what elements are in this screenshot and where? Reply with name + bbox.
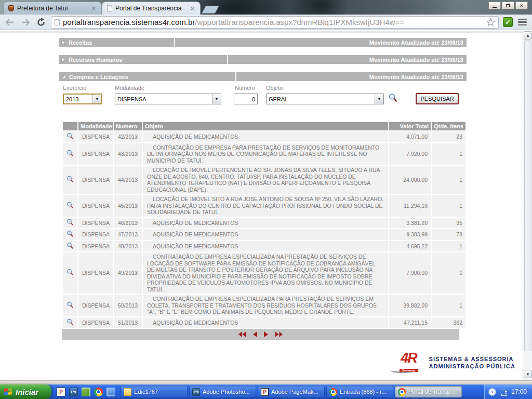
row-detail-magnifier-icon[interactable]: [66, 221, 74, 227]
network-tray-icon[interactable]: [500, 390, 506, 394]
minimize-button[interactable]: [488, 2, 501, 9]
quicklaunch-photoshop-icon[interactable]: Ps: [69, 388, 78, 396]
scrollbar-thumb[interactable]: [524, 41, 531, 351]
reload-button[interactable]: [35, 17, 47, 28]
modalidade-select[interactable]: DISPENSA ▼: [115, 94, 221, 104]
tab-prefeitura-tatui[interactable]: Prefeitura de Tatuí ✕: [3, 2, 102, 15]
pagination-bar: [62, 329, 459, 340]
row-detail-magnifier-icon[interactable]: [66, 244, 74, 250]
row-detail-magnifier-icon[interactable]: [66, 152, 74, 158]
cell-qtde-itens: 362: [432, 317, 466, 328]
window-bottom-frame: [0, 380, 532, 384]
photoshop-icon: Ps: [192, 388, 200, 396]
row-detail-magnifier-icon[interactable]: [66, 135, 74, 141]
task-label: Adobe PageMak...: [271, 389, 318, 395]
row-detail-magnifier-icon[interactable]: [66, 204, 74, 210]
taskbar-task-button[interactable]: Entrada (868) - r...: [326, 386, 393, 397]
cell-valor-total: 39.882,00: [389, 295, 431, 316]
chevron-down-icon: ▼: [212, 94, 221, 104]
start-button[interactable]: Iniciar: [0, 384, 51, 399]
taskbar-task-button[interactable]: PsAdobe Photosho...: [189, 386, 256, 397]
cell-numero: 49/2013: [114, 252, 142, 294]
tab-close-icon[interactable]: ✕: [91, 5, 97, 12]
close-button[interactable]: ✕: [515, 2, 528, 9]
table-row: DISPENSA 50/2013 CONTRATAÇÃO DE EMPRESA …: [63, 295, 466, 316]
tray-collapse-icon[interactable]: ‹: [488, 388, 496, 396]
table-row: DISPENSA 48/2013 AQUISIÇÃO DE MEDICAMENT…: [63, 241, 466, 252]
tab-portal-transparencia[interactable]: Portal de Transparência ✕: [102, 2, 201, 15]
exercicio-select[interactable]: 2013 ▼: [63, 94, 102, 104]
task-label: Edic1767: [134, 389, 158, 395]
cell-numero: 45/2013: [114, 195, 142, 217]
taskbar-task-button[interactable]: PAdobe PageMak...: [258, 386, 325, 397]
quicklaunch-blue-app-icon[interactable]: [107, 388, 115, 396]
scroll-up-icon[interactable]: ▲: [524, 31, 532, 39]
quicklaunch-chrome-icon[interactable]: [94, 388, 103, 396]
pesquisar-button[interactable]: PESQUISAR: [416, 93, 459, 104]
first-page-button[interactable]: [238, 331, 246, 337]
restore-button[interactable]: [502, 2, 514, 9]
taskbar-task-button[interactable]: Edic1767: [121, 386, 188, 397]
cell-qtde-itens: 23: [432, 131, 466, 142]
section-updated-label: Movimento Atualizado até 23/08/13: [175, 38, 467, 47]
col-valor-total: Valor Total: [389, 122, 431, 130]
previous-page-button[interactable]: [253, 331, 257, 337]
row-detail-magnifier-icon[interactable]: [66, 303, 74, 310]
objeto-select[interactable]: GERAL ▼: [266, 94, 384, 104]
section-recursos-toggle[interactable]: Recursos Humanos: [59, 55, 227, 64]
section-receitas: Receitas Movimento Atualizado até 23/08/…: [59, 38, 467, 47]
scroll-down-icon[interactable]: ▼: [524, 370, 532, 378]
system-tray: ‹ 17:00: [484, 384, 532, 399]
table-row: DISPENSA 42/2013 AQUISIÇÃO DE MEDICAMENT…: [63, 131, 466, 142]
row-detail-magnifier-icon[interactable]: [66, 232, 74, 238]
browser-window: Prefeitura de Tatuí ✕ Portal de Transpar…: [0, 0, 532, 399]
chrome-icon: [329, 388, 337, 396]
cell-modalidade: DISPENSA: [78, 166, 113, 194]
objeto-label: Objeto: [266, 85, 283, 91]
cell-valor-total: 4.695,22: [389, 241, 431, 252]
section-compras-toggle[interactable]: Compras e Licitações: [59, 72, 235, 81]
row-detail-magnifier-icon[interactable]: [66, 271, 74, 277]
search-magnifier-icon[interactable]: [388, 93, 398, 104]
cell-modalidade: DISPENSA: [78, 241, 113, 252]
cell-objeto: CONTRATAÇÃO DE EMPRESA ESPECIALIZADA NA …: [143, 252, 388, 294]
tab-title: Portal de Transparência: [115, 5, 187, 12]
numero-label: Numero: [235, 85, 255, 91]
cell-modalidade: DISPENSA: [78, 195, 113, 217]
quicklaunch-pagemaker-icon[interactable]: P: [57, 388, 65, 396]
col-modalidade: Modalidade: [78, 122, 113, 130]
exercicio-label: Exercício: [63, 85, 86, 91]
section-receitas-toggle[interactable]: Receitas: [59, 38, 174, 47]
table-header-row: Modalidade Numero Objeto Valor Total Qtd…: [63, 122, 466, 130]
bookmark-star-icon[interactable]: [486, 18, 495, 26]
4r-sistemas-logo: 4R Sistemas SISTEMAS & ASSESSORIA ADMINI…: [394, 352, 515, 374]
cell-valor-total: 7.920,00: [389, 143, 431, 165]
cell-objeto: AQUISIÇÃO DE MEDICAMENTOS: [143, 317, 388, 328]
row-detail-magnifier-icon[interactable]: [66, 321, 74, 327]
window-controls: ✕: [488, 2, 528, 9]
vertical-scrollbar[interactable]: ▲ ▼: [523, 31, 532, 380]
tab-close-icon[interactable]: ✕: [190, 5, 195, 12]
last-page-button[interactable]: [275, 331, 283, 337]
table-row: DISPENSA 45/2013 LOCAÇÃO DE IMÓVEL SITO …: [63, 195, 466, 217]
section-title: Recursos Humanos: [69, 57, 122, 63]
back-button[interactable]: [4, 17, 16, 28]
next-page-button[interactable]: [264, 331, 268, 337]
taskbar-task-button[interactable]: Portal de Transp...: [395, 386, 462, 397]
extension-check-icon[interactable]: ✓: [503, 17, 513, 27]
col-objeto: Objeto: [143, 122, 388, 130]
address-bar[interactable]: portaltransparencia.sistemas4r.com.br/wp…: [51, 16, 499, 29]
task-label: Entrada (868) - r...: [340, 389, 386, 395]
numero-input[interactable]: 0: [234, 94, 258, 104]
cell-modalidade: DISPENSA: [78, 252, 113, 294]
cell-modalidade: DISPENSA: [78, 143, 113, 165]
new-tab-button[interactable]: [202, 6, 219, 14]
table-row: DISPENSA 51/2013 AQUISIÇÃO DE MEDICAMENT…: [63, 317, 466, 328]
url-page-icon: [55, 19, 60, 25]
forward-button[interactable]: [20, 17, 31, 28]
cell-numero: 50/2013: [114, 295, 142, 316]
quicklaunch-corel-icon[interactable]: [82, 388, 90, 396]
browser-menu-icon[interactable]: [517, 18, 528, 27]
cell-modalidade: DISPENSA: [78, 131, 113, 142]
row-detail-magnifier-icon[interactable]: [66, 178, 74, 184]
